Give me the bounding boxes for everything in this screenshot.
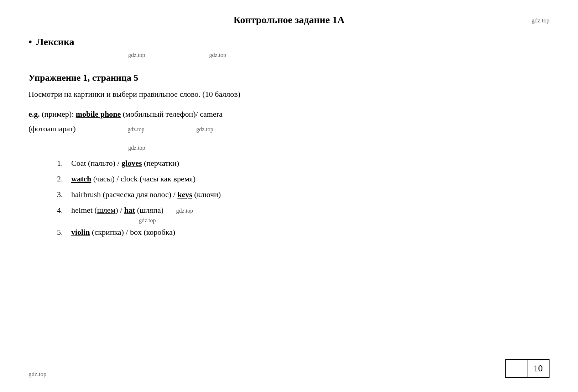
bottom-area: gdz.top 10 <box>28 359 550 378</box>
exercise-list: 1. Coat (пальто) / gloves (перчатки) 2. … <box>28 155 550 218</box>
item-number: 1. <box>57 155 68 171</box>
item-content: watch (часы) / clock (часы как время) <box>71 171 196 187</box>
item-content: hairbrush (расческа для волос) / keys (к… <box>71 187 221 202</box>
item-content: violin (скрипка) / box (коробка) <box>71 224 175 240</box>
watermark-mid-2: gdz.top <box>209 52 226 58</box>
item-number: 3. <box>57 187 68 202</box>
exercise-list-2: 5. violin (скрипка) / box (коробка) <box>28 224 550 240</box>
item-number: 5. <box>57 224 68 240</box>
watermark-mid-1: gdz.top <box>128 52 145 58</box>
list-item: 3. hairbrush (расческа для волос) / keys… <box>57 187 550 202</box>
example-line: e.g. (пример): mobile phone (мобильный т… <box>28 108 550 120</box>
page-title: Контрольное задание 1А <box>28 14 550 26</box>
example-option: camera <box>200 110 223 118</box>
example-trans-answer: (мобильный телефон)/ <box>123 110 198 118</box>
list-item: 2. watch (часы) / clock (часы как время) <box>57 171 550 187</box>
section-header: • Лексика <box>28 36 550 48</box>
score-value: 10 <box>527 360 549 377</box>
list-item: 1. Coat (пальто) / gloves (перчатки) <box>57 155 550 171</box>
section-label: Лексика <box>36 36 74 48</box>
score-box: 10 <box>505 359 550 378</box>
score-empty-cell <box>506 360 527 377</box>
bullet-icon: • <box>28 37 32 47</box>
exercise-title: Упражнение 1, страница 5 <box>28 73 550 83</box>
watermark-bottom-left: gdz.top <box>28 371 47 378</box>
item-number: 2. <box>57 171 68 187</box>
example-translation: (фотоаппарат) gdz.top gdz.top <box>28 122 550 135</box>
example-label: e.g. <box>28 110 40 118</box>
watermark-example-1: gdz.top <box>127 126 145 132</box>
watermark-item4: gdz.top <box>176 208 193 214</box>
example-answer: mobile phone <box>76 110 121 118</box>
watermark-example-2: gdz.top <box>196 126 213 132</box>
exercise-instruction: Посмотри на картинки и выбери правильное… <box>28 88 550 100</box>
watermark-item45: gdz.top <box>139 217 156 223</box>
item-content: Coat (пальто) / gloves (перчатки) <box>71 155 179 171</box>
list-item: 5. violin (скрипка) / box (коробка) <box>57 224 550 240</box>
watermark-list-1: gdz.top <box>128 145 145 151</box>
item-number: 4. <box>57 202 68 218</box>
example-trans-option: (фотоаппарат) <box>28 124 76 133</box>
watermark-top-right: gdz.top <box>531 17 550 24</box>
example-prefix: (пример): <box>42 110 74 118</box>
